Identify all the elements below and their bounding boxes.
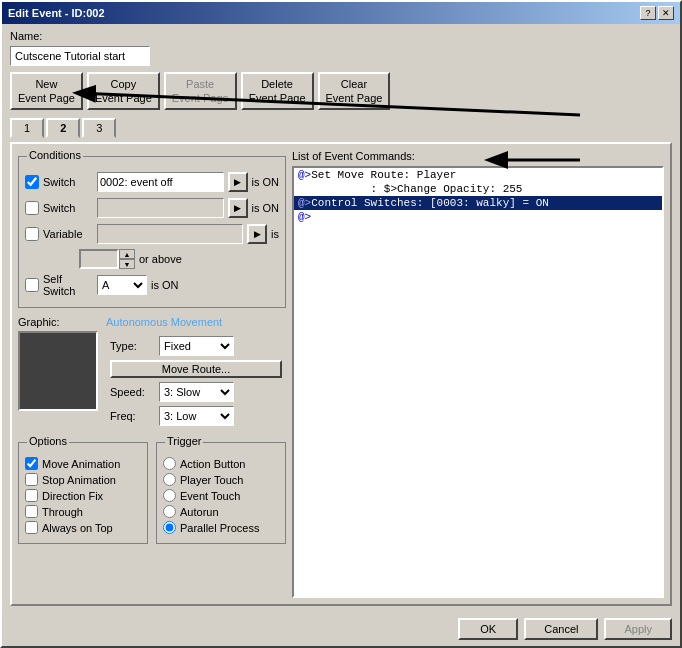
always-on-top-checkbox[interactable] [25, 521, 38, 534]
through-checkbox[interactable] [25, 505, 38, 518]
switch1-value[interactable] [97, 172, 224, 192]
options-group: Options Move Animation Stop Animation Di… [18, 442, 148, 544]
event-touch-radio[interactable] [163, 489, 176, 502]
always-on-top-row: Always on Top [25, 521, 141, 534]
switch1-is-on: is ON [252, 176, 280, 188]
always-on-top-label: Always on Top [42, 522, 113, 534]
variable-is: is [271, 228, 279, 240]
action-button-label: Action Button [180, 458, 245, 470]
move-animation-label: Move Animation [42, 458, 120, 470]
auto-movement-inner: Type: FixedRandomApproachCustom Move Rou… [106, 332, 286, 434]
name-label: Name: [10, 30, 42, 42]
tab-2[interactable]: 2 [46, 118, 80, 138]
switch2-dropdown-btn[interactable]: ▶ [228, 198, 248, 218]
spin-down-btn[interactable]: ▼ [119, 259, 135, 269]
name-input-row [10, 46, 672, 66]
variable-dropdown-btn[interactable]: ▶ [247, 224, 267, 244]
player-touch-row: Player Touch [163, 473, 279, 486]
switch2-label: Switch [43, 202, 93, 214]
stop-animation-label: Stop Animation [42, 474, 116, 486]
parallel-process-radio[interactable] [163, 521, 176, 534]
titlebar: Edit Event - ID:002 ? ✕ [2, 2, 680, 24]
speed-select[interactable]: 3: Slow1: x8 Slower2: x4 Slower 4: Fast5… [159, 382, 234, 402]
move-animation-checkbox[interactable] [25, 457, 38, 470]
stop-animation-checkbox[interactable] [25, 473, 38, 486]
stop-animation-row: Stop Animation [25, 473, 141, 486]
variable-label: Variable [43, 228, 93, 240]
through-label: Through [42, 506, 83, 518]
direction-fix-label: Direction Fix [42, 490, 103, 502]
freq-label: Freq: [110, 410, 155, 422]
direction-fix-row: Direction Fix [25, 489, 141, 502]
trigger-label: Trigger [165, 435, 203, 447]
left-panel: Conditions Switch ▶ is ON Switch [18, 150, 286, 598]
variable-row: Variable ▶ is [25, 223, 279, 245]
content-area: Name: New Event Page Copy Event Page Pas… [2, 24, 680, 612]
name-row: Name: [10, 30, 672, 42]
cmd-item-2[interactable]: @>Control Switches: [0003: walky] = ON [294, 196, 662, 210]
switch2-checkbox[interactable] [25, 201, 39, 215]
event-touch-row: Event Touch [163, 489, 279, 502]
autorun-radio[interactable] [163, 505, 176, 518]
self-switch-row: SelfSwitch ABCD is ON [25, 273, 279, 297]
close-button[interactable]: ✕ [658, 6, 674, 20]
event-commands-list[interactable]: @>Set Move Route: Player : $>Change Opac… [292, 166, 664, 598]
through-row: Through [25, 505, 141, 518]
variable-value[interactable] [97, 224, 243, 244]
self-switch-is-on: is ON [151, 279, 179, 291]
cmd-item-0[interactable]: @>Set Move Route: Player [294, 168, 662, 182]
spin-container: ▲ ▼ [79, 249, 135, 269]
toolbar: New Event Page Copy Event Page Paste Eve… [10, 72, 672, 110]
paste-event-page-button[interactable]: Paste Event Page [164, 72, 237, 110]
freq-row: Freq: 3: Low1: Lowest2: Lower 4: High5: … [110, 406, 282, 426]
auto-movement-label: Autonomous Movement [106, 316, 286, 328]
switch2-row: Switch ▶ is ON [25, 197, 279, 219]
autonomous-movement-area: Autonomous Movement Type: FixedRandomApp… [106, 316, 286, 434]
apply-button[interactable]: Apply [604, 618, 672, 640]
action-button-radio[interactable] [163, 457, 176, 470]
copy-event-page-button[interactable]: Copy Event Page [87, 72, 160, 110]
new-event-page-button[interactable]: New Event Page [10, 72, 83, 110]
switch1-checkbox[interactable] [25, 175, 39, 189]
event-touch-label: Event Touch [180, 490, 240, 502]
direction-fix-checkbox[interactable] [25, 489, 38, 502]
switch1-row: Switch ▶ is ON [25, 171, 279, 193]
titlebar-buttons: ? ✕ [640, 6, 674, 20]
switch2-value[interactable] [97, 198, 224, 218]
cmd-item-3[interactable]: @> [294, 210, 662, 224]
speed-label: Speed: [110, 386, 155, 398]
event-commands-label: List of Event Commands: [292, 150, 664, 162]
clear-event-page-button[interactable]: Clear Event Page [318, 72, 391, 110]
cancel-button[interactable]: Cancel [524, 618, 598, 640]
autorun-label: Autorun [180, 506, 219, 518]
help-button[interactable]: ? [640, 6, 656, 20]
tab-1[interactable]: 1 [10, 118, 44, 138]
window-title: Edit Event - ID:002 [8, 7, 105, 19]
freq-select[interactable]: 3: Low1: Lowest2: Lower 4: High5: Higher… [159, 406, 234, 426]
move-animation-row: Move Animation [25, 457, 141, 470]
tab-3[interactable]: 3 [82, 118, 116, 138]
delete-event-page-button[interactable]: Delete Event Page [241, 72, 314, 110]
switch1-label: Switch [43, 176, 93, 188]
self-switch-checkbox[interactable] [25, 278, 39, 292]
self-switch-label: SelfSwitch [43, 273, 93, 297]
parallel-process-label: Parallel Process [180, 522, 259, 534]
name-input[interactable] [10, 46, 150, 66]
move-route-button[interactable]: Move Route... [110, 360, 282, 378]
speed-row: Speed: 3: Slow1: x8 Slower2: x4 Slower 4… [110, 382, 282, 402]
type-select[interactable]: FixedRandomApproachCustom [159, 336, 234, 356]
player-touch-radio[interactable] [163, 473, 176, 486]
self-switch-select[interactable]: ABCD [97, 275, 147, 295]
options-label: Options [27, 435, 69, 447]
trigger-group: Trigger Action Button Player Touch Event… [156, 442, 286, 544]
ok-button[interactable]: OK [458, 618, 518, 640]
main-window: Edit Event - ID:002 ? ✕ Name: New Event … [0, 0, 682, 648]
action-button-row: Action Button [163, 457, 279, 470]
cmd-item-1[interactable]: : $>Change Opacity: 255 [294, 182, 662, 196]
variable-number[interactable] [79, 249, 119, 269]
spin-up-btn[interactable]: ▲ [119, 249, 135, 259]
switch1-dropdown-btn[interactable]: ▶ [228, 172, 248, 192]
graphic-box[interactable] [18, 331, 98, 411]
or-above-row: ▲ ▼ or above [79, 249, 279, 269]
variable-checkbox[interactable] [25, 227, 39, 241]
